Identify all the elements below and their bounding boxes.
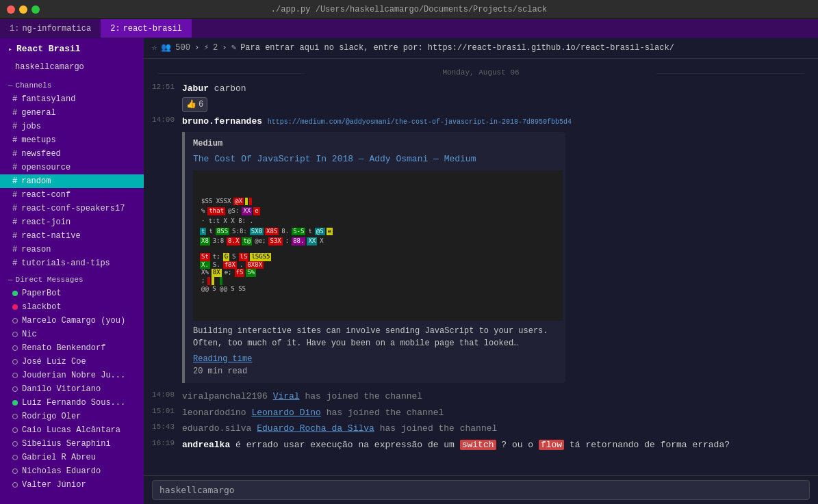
- message-content: andrealka é errado usar execução na expr…: [182, 438, 810, 452]
- reading-time-link[interactable]: Reading time: [193, 354, 252, 364]
- workspace-name[interactable]: React Brasil: [0, 38, 144, 59]
- sidebar-item-random[interactable]: # random: [0, 174, 144, 188]
- message-content: Jabur carbon 👍 6: [182, 82, 810, 112]
- message-time: 15:01: [152, 406, 177, 415]
- messages-area[interactable]: Monday, August 06 12:51 Jabur carbon 👍 6: [144, 59, 818, 475]
- dm-sibelius[interactable]: Sibelius Seraphini: [0, 437, 144, 451]
- join-user-link[interactable]: Eduardo Rocha da Silva: [257, 423, 374, 434]
- sidebar: React Brasil haskellcamargo Channels # f…: [0, 38, 144, 504]
- join-full-name: viralpanchal2196: [182, 391, 268, 401]
- tab-bar: 1: ng-informatica 2: react-brasil: [0, 19, 818, 38]
- content-area: ☆ 👥 500 › ⚡ 2 › ✎ Para entrar aqui no sl…: [144, 38, 818, 504]
- status-dot-offline: [12, 359, 18, 364]
- window-title: ./app.py /Users/haskellcamargo/Documents…: [271, 5, 547, 14]
- dm-marcelo[interactable]: Marcelo Camargo (you): [0, 314, 144, 328]
- message-text-middle: ? ou o: [501, 440, 533, 450]
- dm-paperbot[interactable]: PaperBot: [0, 287, 144, 300]
- status-dot-offline: [12, 482, 18, 488]
- join-message: eduardo.silva Eduardo Rocha da Silva has…: [182, 422, 810, 436]
- message-time: 14:08: [152, 390, 177, 399]
- preview-title[interactable]: The Cost Of JavaScript In 2018 — Addy Os…: [193, 152, 557, 166]
- join-full-name: eduardo.silva: [182, 423, 251, 434]
- status-dot-away: [12, 304, 18, 310]
- tab-label-2: react-brasil: [123, 24, 182, 34]
- sidebar-item-tutorials-and-tips[interactable]: # tutorials-and-tips: [0, 256, 144, 270]
- input-area: haskellcamargo: [144, 475, 818, 504]
- status-dot-offline: [12, 468, 18, 474]
- close-button[interactable]: [7, 5, 15, 14]
- sidebar-item-meetups[interactable]: # meetups: [0, 133, 144, 147]
- sidebar-item-react-native[interactable]: # react-native: [0, 229, 144, 243]
- channel-topic: Para entrar aqui no slack, entre por: ht…: [240, 43, 674, 53]
- preview-image: $SS XSSX @X % that @S: XX: [193, 170, 563, 321]
- reaction-emoji: 👍: [186, 98, 196, 111]
- sidebar-item-newsfeed[interactable]: # newsfeed: [0, 147, 144, 161]
- dm-renato[interactable]: Renato Benkendorf: [0, 341, 144, 355]
- maximize-button[interactable]: [31, 5, 40, 14]
- sidebar-item-jobs[interactable]: # jobs: [0, 120, 144, 133]
- message-time: 16:19: [152, 438, 177, 447]
- edit-icon[interactable]: ✎: [231, 42, 236, 53]
- sidebar-item-react-conf[interactable]: # react-conf: [0, 188, 144, 202]
- sidebar-item-react-join[interactable]: # react-join: [0, 215, 144, 229]
- message-input[interactable]: haskellcamargo: [152, 480, 810, 500]
- tab-ng-informatica[interactable]: 1: ng-informatica: [0, 19, 101, 38]
- dm-slackbot[interactable]: slackbot: [0, 300, 144, 314]
- dm-jouderian[interactable]: Jouderian Nobre Ju...: [0, 369, 144, 382]
- join-text: has joined the channel: [380, 423, 498, 434]
- join-user-link[interactable]: Leonardo Dino: [251, 408, 320, 418]
- title-bar: ./app.py /Users/haskellcamargo/Documents…: [0, 0, 818, 19]
- message-row: 12:51 Jabur carbon 👍 6: [144, 81, 818, 114]
- dm-jose[interactable]: José Luiz Coe: [0, 355, 144, 369]
- traffic-lights: [7, 5, 40, 14]
- dm-luiz[interactable]: Luiz Fernando Sous...: [0, 396, 144, 410]
- status-dot-online: [12, 291, 18, 296]
- dm-gabriel[interactable]: Gabriel R Abreu: [0, 451, 144, 464]
- message-text-before: é errado usar execução na expressão de u…: [235, 440, 455, 450]
- members-count: 500: [175, 43, 190, 53]
- tab-num-2: 2:: [110, 24, 120, 34]
- minimize-button[interactable]: [19, 5, 27, 14]
- message-row: 15:43 eduardo.silva Eduardo Rocha da Sil…: [144, 421, 818, 437]
- sidebar-item-fantasyland[interactable]: # fantasyland: [0, 92, 144, 106]
- dm-caio[interactable]: Caio Lucas Alcântara: [0, 423, 144, 437]
- channel-header-top: ☆ 👥 500 › ⚡ 2 › ✎ Para entrar aqui no sl…: [152, 42, 810, 53]
- sidebar-username: haskellcamargo: [0, 59, 144, 76]
- tab-num-1: 1:: [10, 24, 19, 34]
- sidebar-item-general[interactable]: # general: [0, 106, 144, 120]
- reaction-container[interactable]: 👍 6: [182, 96, 810, 112]
- join-user-link[interactable]: Viral: [273, 391, 300, 401]
- message-row: 15:01 leonardodino Leonardo Dino has joi…: [144, 405, 818, 421]
- status-dot-offline: [12, 332, 18, 337]
- preview-source: Medium: [193, 137, 557, 150]
- message-text-after: tá retornando de forma errada?: [570, 440, 730, 450]
- message-author: bruno.fernandes: [182, 116, 262, 127]
- emoji-reaction[interactable]: 👍 6: [182, 97, 207, 112]
- dm-section-label: Direct Messages: [0, 270, 144, 287]
- dm-danilo[interactable]: Danilo Vitoriano: [0, 382, 144, 396]
- sidebar-item-reason[interactable]: # reason: [0, 243, 144, 256]
- tab-react-brasil[interactable]: 2: react-brasil: [101, 19, 192, 38]
- message-content: bruno.fernandes https://medium.com/@addy…: [182, 115, 810, 388]
- reaction-count: 6: [199, 98, 203, 111]
- dm-nicholas[interactable]: Nicholas Eduardo: [0, 464, 144, 478]
- message-row: 14:00 bruno.fernandes https://medium.com…: [144, 114, 818, 389]
- status-dot-offline: [12, 427, 18, 433]
- dm-rodrigo[interactable]: Rodrigo Oler: [0, 410, 144, 423]
- integrations-icon: ⚡: [204, 42, 209, 53]
- message-author: andrealka: [182, 440, 230, 450]
- message-time: 14:00: [152, 115, 177, 124]
- status-dot-offline: [12, 441, 18, 447]
- star-icon[interactable]: ☆: [152, 42, 157, 53]
- sidebar-item-react-conf-speakers17[interactable]: # react-conf-speakers17: [0, 202, 144, 215]
- message-row: 16:19 andrealka é errado usar execução n…: [144, 437, 818, 453]
- dm-nic[interactable]: Nic: [0, 328, 144, 341]
- link-preview-card: Medium The Cost Of JavaScript In 2018 — …: [182, 132, 565, 383]
- status-dot-offline: [12, 386, 18, 392]
- message-link[interactable]: https://medium.com/@addyosmani/the-cost-…: [268, 118, 572, 126]
- message-time: 12:51: [152, 82, 177, 91]
- message-time: 15:43: [152, 422, 177, 431]
- message-author: Jabur: [182, 83, 209, 94]
- dm-valter[interactable]: Valter Júnior: [0, 478, 144, 492]
- sidebar-item-opensource[interactable]: # opensource: [0, 161, 144, 174]
